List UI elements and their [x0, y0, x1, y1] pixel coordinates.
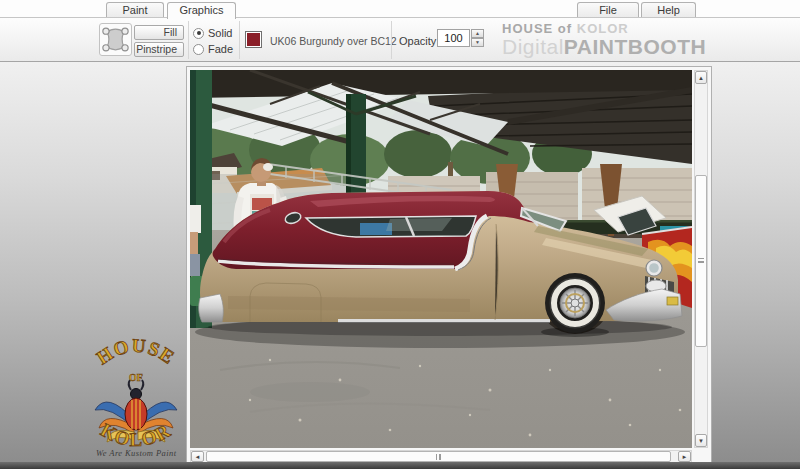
- vertical-scrollbar-thumb[interactable]: [695, 175, 707, 347]
- radio-fade-label: Fade: [208, 43, 233, 55]
- separator: [391, 21, 392, 59]
- scroll-up-icon[interactable]: ▲: [695, 71, 707, 84]
- scroll-down-icon[interactable]: ▼: [695, 434, 707, 447]
- brand-kolor: KOLOR: [577, 21, 629, 36]
- tab-strip: Paint Graphics File Help: [0, 0, 800, 18]
- scroll-left-icon[interactable]: ◄: [191, 451, 204, 462]
- radio-solid-circle[interactable]: [193, 28, 204, 39]
- color-swatch-label: UK06 Burgundy over BC12: [270, 35, 397, 47]
- canvas-panel: ▲ ▼ ◄ ►: [186, 66, 712, 464]
- canvas-photo[interactable]: [190, 70, 692, 448]
- thumb-grip: [436, 454, 441, 460]
- logo-of-text: OF: [129, 372, 143, 383]
- svg-text:HOUSE: HOUSE: [93, 335, 179, 369]
- workspace: HOUSE OF KOLOR We Are Kustom Paint: [0, 62, 800, 469]
- digital-paintbooth-window: Paint Graphics File Help Fill Pinstripe …: [0, 0, 800, 469]
- spin-down-icon[interactable]: ▼: [471, 38, 484, 47]
- house-of-kolor-logo: HOUSE OF KOLOR We Are Kustom Paint: [90, 334, 182, 462]
- radio-fade-circle[interactable]: [193, 44, 204, 55]
- logo-house-text: HOUSE: [93, 335, 179, 369]
- horizontal-scrollbar-thumb[interactable]: [206, 451, 671, 462]
- thumb-grip: [698, 258, 704, 263]
- scroll-right-icon[interactable]: ►: [678, 451, 691, 462]
- color-swatch[interactable]: [245, 31, 262, 48]
- fill-button[interactable]: Fill: [134, 25, 184, 40]
- radio-solid-label: Solid: [208, 27, 232, 39]
- brand-logotype: HOUSE of KOLOR DigitalPAINTBOOTH: [502, 22, 706, 57]
- tab-graphics[interactable]: Graphics: [167, 2, 236, 19]
- separator: [239, 21, 240, 59]
- radio-solid[interactable]: Solid: [193, 27, 232, 39]
- separator: [188, 21, 189, 59]
- photo-scene: [190, 70, 692, 448]
- brand-digital: Digital: [502, 35, 564, 58]
- shape-tool-button[interactable]: [99, 23, 132, 56]
- opacity-input[interactable]: [437, 29, 470, 47]
- brand-house-of: HOUSE of: [502, 21, 572, 36]
- spin-up-icon[interactable]: ▲: [471, 29, 484, 38]
- radio-fade[interactable]: Fade: [193, 43, 233, 55]
- tab-file[interactable]: File: [577, 2, 639, 17]
- graphics-toolbar: Fill Pinstripe Solid Fade UK06 Burgundy …: [0, 18, 800, 62]
- tab-paint[interactable]: Paint: [106, 2, 164, 17]
- window-bottom-edge: [0, 462, 800, 469]
- vertical-scrollbar[interactable]: ▲ ▼: [694, 70, 708, 448]
- opacity-label: Opacity: [399, 35, 436, 47]
- brand-paintbooth: PAINTBOOTH: [564, 35, 706, 58]
- opacity-stepper: ▲ ▼: [471, 29, 484, 47]
- tab-help[interactable]: Help: [641, 2, 696, 17]
- pinstripe-button[interactable]: Pinstripe: [134, 42, 184, 57]
- warp-fill-shape-icon: [100, 41, 131, 58]
- logo-tagline: We Are Kustom Paint: [96, 448, 177, 458]
